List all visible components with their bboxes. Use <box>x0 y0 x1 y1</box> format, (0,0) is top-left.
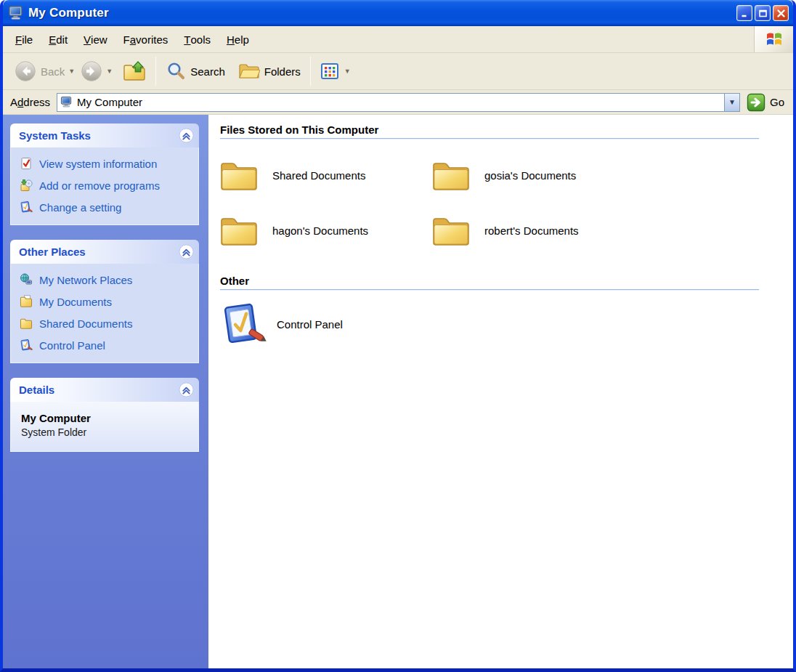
folder-icon <box>432 159 470 191</box>
task-pane-sidebar: System Tasks View system information <box>3 115 208 668</box>
go-label[interactable]: Go <box>770 96 784 108</box>
my-documents-link[interactable]: My Documents <box>20 295 192 309</box>
forward-dropdown-caret[interactable]: ▼ <box>106 68 113 75</box>
details-title: Details <box>19 384 54 396</box>
toolbar-separator-2 <box>310 57 311 86</box>
menu-tools[interactable]: Tools <box>176 26 219 52</box>
change-setting-icon <box>20 201 33 214</box>
add-remove-programs-icon <box>20 179 33 192</box>
folder-icon <box>220 159 258 191</box>
control-panel-link[interactable]: Control Panel <box>20 339 192 352</box>
folder-item-gosias-documents[interactable]: gosia's Documents <box>432 157 644 193</box>
close-icon <box>776 9 786 18</box>
system-tasks-body: View system information Add or remove pr… <box>10 147 199 225</box>
files-grid: Shared Documents gosia's Documents hagon… <box>220 157 781 248</box>
details-panel: Details My Computer System Folder <box>10 378 199 452</box>
maximize-button[interactable] <box>755 5 771 21</box>
window-title: My Computer <box>28 6 734 20</box>
details-body: My Computer System Folder <box>10 402 199 452</box>
views-dropdown-caret: ▼ <box>344 68 351 75</box>
system-tasks-header[interactable]: System Tasks <box>10 124 199 147</box>
maximize-icon <box>758 9 768 18</box>
folders-icon <box>238 62 260 81</box>
details-header[interactable]: Details <box>10 378 199 402</box>
other-places-body: My Network Places My Documents Shared Do… <box>10 264 199 363</box>
other-places-panel: Other Places My Network Places <box>10 240 199 363</box>
minimize-icon <box>740 9 750 18</box>
details-item-type: System Folder <box>21 426 191 438</box>
forward-button[interactable] <box>78 58 105 84</box>
change-a-setting-link[interactable]: Change a setting <box>20 201 192 214</box>
other-section: Other Control Panel <box>220 275 781 346</box>
folder-item-shared-documents[interactable]: Shared Documents <box>220 157 432 193</box>
menu-items: File Edit View Favorites Tools Help <box>3 26 754 52</box>
address-input[interactable]: My Computer ▼ <box>57 93 740 112</box>
go-button[interactable] <box>747 93 765 112</box>
view-system-information-link[interactable]: View system information <box>20 157 192 171</box>
up-button[interactable] <box>120 58 149 84</box>
search-icon <box>166 61 186 81</box>
menu-file[interactable]: File <box>7 26 41 52</box>
other-section-title: Other <box>220 275 781 287</box>
go-area: Go <box>740 93 793 112</box>
forward-arrow-icon <box>81 60 102 82</box>
details-item-name: My Computer <box>21 412 191 424</box>
menu-view[interactable]: View <box>76 26 115 52</box>
minimize-button[interactable] <box>736 5 752 21</box>
system-tasks-title: System Tasks <box>19 129 91 142</box>
menu-edit[interactable]: Edit <box>41 26 76 52</box>
files-section-title: Files Stored on This Computer <box>220 124 781 136</box>
back-label: Back <box>41 65 65 78</box>
system-info-icon <box>20 157 33 170</box>
menu-favorites[interactable]: Favorites <box>115 26 176 52</box>
folder-view: Files Stored on This Computer Shared Doc… <box>208 115 793 668</box>
section-divider <box>220 138 759 139</box>
shared-documents-link[interactable]: Shared Documents <box>20 317 192 331</box>
control-panel-icon <box>220 302 267 346</box>
other-places-title: Other Places <box>19 246 86 258</box>
menu-help[interactable]: Help <box>219 26 257 52</box>
folder-item-roberts-documents[interactable]: robert's Documents <box>432 212 644 248</box>
views-button[interactable]: ▼ <box>317 60 357 83</box>
shared-documents-icon <box>20 317 33 330</box>
views-icon <box>320 62 339 81</box>
title-bar[interactable]: My Computer <box>3 0 793 26</box>
add-remove-programs-link[interactable]: Add or remove programs <box>20 179 192 193</box>
collapse-chevron-icon[interactable] <box>179 382 194 397</box>
back-dropdown-caret[interactable]: ▼ <box>68 68 75 75</box>
dropdown-caret-icon: ▼ <box>728 98 736 106</box>
up-folder-icon <box>123 60 146 82</box>
my-network-places-link[interactable]: My Network Places <box>20 273 192 287</box>
my-computer-icon <box>8 5 24 21</box>
close-button[interactable] <box>773 5 789 21</box>
windows-flag-icon <box>765 30 784 49</box>
standard-buttons-toolbar: Back ▼ ▼ Search <box>3 53 793 90</box>
content-area: System Tasks View system information <box>3 115 793 668</box>
network-places-icon <box>20 273 33 286</box>
collapse-chevron-icon[interactable] <box>179 244 194 259</box>
address-label: Address <box>3 96 57 108</box>
my-computer-window: My Computer File Edit View Favorites Too… <box>0 0 796 672</box>
folders-label: Folders <box>264 65 301 78</box>
collapse-chevron-icon[interactable] <box>179 128 194 143</box>
search-label: Search <box>190 65 225 78</box>
section-divider <box>220 289 759 291</box>
toolbar-separator <box>155 57 156 86</box>
control-panel-item[interactable]: Control Panel <box>220 302 781 346</box>
folders-button[interactable]: Folders <box>235 60 304 83</box>
address-computer-icon <box>60 96 73 108</box>
address-value: My Computer <box>73 96 724 108</box>
folder-icon <box>220 214 258 246</box>
address-bar: Address My Computer ▼ Go <box>3 90 793 115</box>
address-dropdown-button[interactable]: ▼ <box>724 94 739 111</box>
other-places-header[interactable]: Other Places <box>10 240 199 264</box>
my-documents-icon <box>20 295 33 308</box>
folder-item-hagons-documents[interactable]: hagon's Documents <box>220 212 432 248</box>
back-arrow-icon <box>15 60 36 82</box>
system-tasks-panel: System Tasks View system information <box>10 124 199 225</box>
folder-icon <box>432 214 470 246</box>
windows-logo-box <box>754 26 793 52</box>
search-button[interactable]: Search <box>163 59 228 84</box>
back-button[interactable]: Back <box>12 58 68 84</box>
menu-bar: File Edit View Favorites Tools Help <box>3 26 793 53</box>
